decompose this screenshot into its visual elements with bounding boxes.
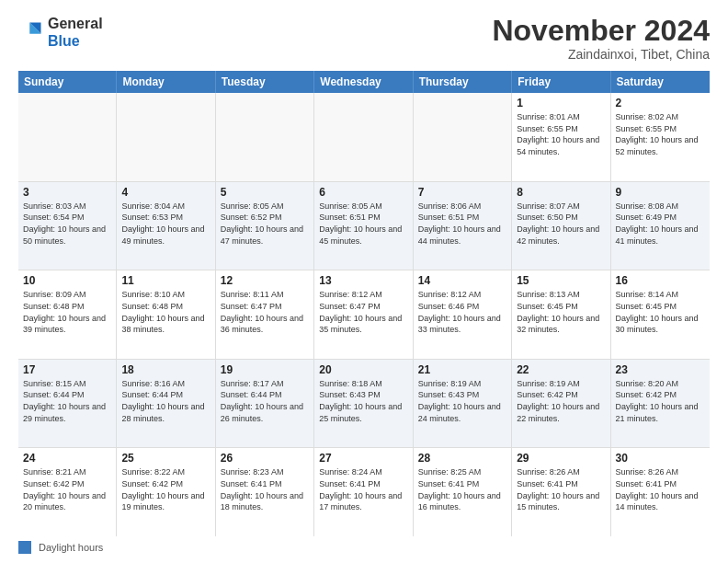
cal-cell-day-13: 13Sunrise: 8:12 AM Sunset: 6:47 PM Dayli… xyxy=(314,270,413,359)
day-info: Sunrise: 8:24 AM Sunset: 6:41 PM Dayligh… xyxy=(319,466,407,512)
cal-cell-day-21: 21Sunrise: 8:19 AM Sunset: 6:43 PM Dayli… xyxy=(414,360,512,448)
cal-cell-day-9: 9Sunrise: 8:08 AM Sunset: 6:49 PM Daylig… xyxy=(611,182,710,270)
cal-row-3: 17Sunrise: 8:15 AM Sunset: 6:44 PM Dayli… xyxy=(18,360,710,449)
day-info: Sunrise: 8:07 AM Sunset: 6:50 PM Dayligh… xyxy=(517,201,605,247)
cal-cell-day-12: 12Sunrise: 8:11 AM Sunset: 6:47 PM Dayli… xyxy=(216,270,314,359)
day-number: 26 xyxy=(221,452,309,465)
day-number: 17 xyxy=(23,363,111,376)
legend-box xyxy=(18,541,31,554)
day-info: Sunrise: 8:02 AM Sunset: 6:55 PM Dayligh… xyxy=(616,111,705,157)
cal-cell-day-1: 1Sunrise: 8:01 AM Sunset: 6:55 PM Daylig… xyxy=(512,93,610,181)
day-number: 18 xyxy=(121,363,210,376)
day-number: 16 xyxy=(616,274,705,287)
cal-row-4: 24Sunrise: 8:21 AM Sunset: 6:42 PM Dayli… xyxy=(18,448,710,536)
cal-cell-day-20: 20Sunrise: 8:18 AM Sunset: 6:43 PM Dayli… xyxy=(314,360,413,448)
cal-cell-day-22: 22Sunrise: 8:19 AM Sunset: 6:42 PM Dayli… xyxy=(512,360,610,448)
day-number: 22 xyxy=(517,363,605,376)
day-info: Sunrise: 8:13 AM Sunset: 6:45 PM Dayligh… xyxy=(517,289,605,335)
cal-cell-empty xyxy=(18,93,117,181)
day-number: 23 xyxy=(616,363,705,376)
cal-cell-day-26: 26Sunrise: 8:23 AM Sunset: 6:41 PM Dayli… xyxy=(216,448,314,536)
calendar-header: SundayMondayTuesdayWednesdayThursdayFrid… xyxy=(18,71,710,93)
day-number: 12 xyxy=(221,274,309,287)
logo-general: General xyxy=(48,16,103,31)
day-info: Sunrise: 8:09 AM Sunset: 6:48 PM Dayligh… xyxy=(23,289,111,335)
day-info: Sunrise: 8:21 AM Sunset: 6:42 PM Dayligh… xyxy=(23,466,111,512)
day-info: Sunrise: 8:20 AM Sunset: 6:42 PM Dayligh… xyxy=(616,378,705,424)
cal-cell-day-25: 25Sunrise: 8:22 AM Sunset: 6:42 PM Dayli… xyxy=(117,448,215,536)
day-number: 9 xyxy=(616,186,705,199)
day-info: Sunrise: 8:04 AM Sunset: 6:53 PM Dayligh… xyxy=(121,201,210,247)
day-number: 5 xyxy=(221,186,309,199)
header-day-friday: Friday xyxy=(512,71,610,93)
calendar: SundayMondayTuesdayWednesdayThursdayFrid… xyxy=(18,71,710,536)
day-info: Sunrise: 8:05 AM Sunset: 6:51 PM Dayligh… xyxy=(319,201,407,247)
cal-cell-empty xyxy=(216,93,314,181)
header-day-wednesday: Wednesday xyxy=(314,71,413,93)
header-day-monday: Monday xyxy=(117,71,215,93)
cal-cell-day-18: 18Sunrise: 8:16 AM Sunset: 6:44 PM Dayli… xyxy=(117,360,215,448)
day-number: 19 xyxy=(221,363,309,376)
day-number: 25 xyxy=(121,452,210,465)
header-day-thursday: Thursday xyxy=(414,71,512,93)
day-info: Sunrise: 8:06 AM Sunset: 6:51 PM Dayligh… xyxy=(418,201,506,247)
day-number: 13 xyxy=(319,274,407,287)
cal-cell-day-29: 29Sunrise: 8:26 AM Sunset: 6:41 PM Dayli… xyxy=(512,448,610,536)
day-info: Sunrise: 8:26 AM Sunset: 6:41 PM Dayligh… xyxy=(517,466,605,512)
cal-cell-day-23: 23Sunrise: 8:20 AM Sunset: 6:42 PM Dayli… xyxy=(611,360,710,448)
cal-cell-empty xyxy=(314,93,413,181)
day-number: 11 xyxy=(121,274,210,287)
day-info: Sunrise: 8:23 AM Sunset: 6:41 PM Dayligh… xyxy=(221,466,309,512)
day-info: Sunrise: 8:03 AM Sunset: 6:54 PM Dayligh… xyxy=(23,201,111,247)
logo-text: General Blue xyxy=(48,15,103,50)
calendar-body: 1Sunrise: 8:01 AM Sunset: 6:55 PM Daylig… xyxy=(18,93,710,536)
day-info: Sunrise: 8:05 AM Sunset: 6:52 PM Dayligh… xyxy=(221,201,309,247)
day-number: 8 xyxy=(517,186,605,199)
day-number: 20 xyxy=(319,363,407,376)
day-info: Sunrise: 8:16 AM Sunset: 6:44 PM Dayligh… xyxy=(121,378,210,424)
day-number: 6 xyxy=(319,186,407,199)
day-info: Sunrise: 8:14 AM Sunset: 6:45 PM Dayligh… xyxy=(616,289,705,335)
header: General Blue November 2024 Zaindainxoi, … xyxy=(18,15,710,62)
cal-cell-day-5: 5Sunrise: 8:05 AM Sunset: 6:52 PM Daylig… xyxy=(216,182,314,270)
cal-cell-day-27: 27Sunrise: 8:24 AM Sunset: 6:41 PM Dayli… xyxy=(314,448,413,536)
cal-cell-day-19: 19Sunrise: 8:17 AM Sunset: 6:44 PM Dayli… xyxy=(216,360,314,448)
cal-cell-day-14: 14Sunrise: 8:12 AM Sunset: 6:46 PM Dayli… xyxy=(414,270,512,359)
footer: Daylight hours xyxy=(18,536,710,554)
day-info: Sunrise: 8:11 AM Sunset: 6:47 PM Dayligh… xyxy=(221,289,309,335)
cal-cell-day-15: 15Sunrise: 8:13 AM Sunset: 6:45 PM Dayli… xyxy=(512,270,610,359)
header-day-saturday: Saturday xyxy=(611,71,710,93)
day-number: 21 xyxy=(418,363,506,376)
title-block: November 2024 Zaindainxoi, Tibet, China xyxy=(492,15,710,62)
day-info: Sunrise: 8:08 AM Sunset: 6:49 PM Dayligh… xyxy=(616,201,705,247)
day-info: Sunrise: 8:10 AM Sunset: 6:48 PM Dayligh… xyxy=(121,289,210,335)
day-number: 27 xyxy=(319,452,407,465)
day-number: 14 xyxy=(418,274,506,287)
cal-cell-day-24: 24Sunrise: 8:21 AM Sunset: 6:42 PM Dayli… xyxy=(18,448,117,536)
day-info: Sunrise: 8:22 AM Sunset: 6:42 PM Dayligh… xyxy=(121,466,210,512)
day-number: 10 xyxy=(23,274,111,287)
cal-cell-day-4: 4Sunrise: 8:04 AM Sunset: 6:53 PM Daylig… xyxy=(117,182,215,270)
day-info: Sunrise: 8:19 AM Sunset: 6:42 PM Dayligh… xyxy=(517,378,605,424)
cal-cell-day-11: 11Sunrise: 8:10 AM Sunset: 6:48 PM Dayli… xyxy=(117,270,215,359)
day-number: 7 xyxy=(418,186,506,199)
day-info: Sunrise: 8:18 AM Sunset: 6:43 PM Dayligh… xyxy=(319,378,407,424)
day-number: 1 xyxy=(517,97,605,109)
cal-row-2: 10Sunrise: 8:09 AM Sunset: 6:48 PM Dayli… xyxy=(18,270,710,360)
day-info: Sunrise: 8:19 AM Sunset: 6:43 PM Dayligh… xyxy=(418,378,506,424)
cal-cell-day-17: 17Sunrise: 8:15 AM Sunset: 6:44 PM Dayli… xyxy=(18,360,117,448)
cal-cell-day-3: 3Sunrise: 8:03 AM Sunset: 6:54 PM Daylig… xyxy=(18,182,117,270)
legend-label: Daylight hours xyxy=(39,542,103,553)
logo: General Blue xyxy=(18,15,103,50)
cal-cell-day-2: 2Sunrise: 8:02 AM Sunset: 6:55 PM Daylig… xyxy=(611,93,710,181)
day-number: 24 xyxy=(23,452,111,465)
cal-cell-day-16: 16Sunrise: 8:14 AM Sunset: 6:45 PM Dayli… xyxy=(611,270,710,359)
logo-blue: Blue xyxy=(48,33,80,49)
day-info: Sunrise: 8:15 AM Sunset: 6:44 PM Dayligh… xyxy=(23,378,111,424)
cal-cell-empty xyxy=(414,93,512,181)
day-info: Sunrise: 8:26 AM Sunset: 6:41 PM Dayligh… xyxy=(616,466,705,512)
day-info: Sunrise: 8:25 AM Sunset: 6:41 PM Dayligh… xyxy=(418,466,506,512)
cal-cell-day-30: 30Sunrise: 8:26 AM Sunset: 6:41 PM Dayli… xyxy=(611,448,710,536)
day-number: 2 xyxy=(616,97,705,109)
day-number: 3 xyxy=(23,186,111,199)
